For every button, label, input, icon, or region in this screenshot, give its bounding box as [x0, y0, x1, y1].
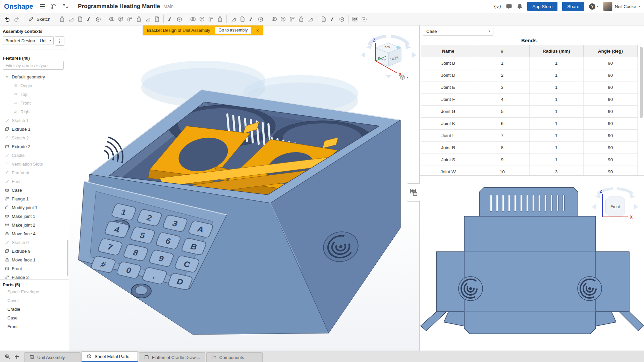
feature-item[interactable]: Make joint 1 — [0, 212, 67, 221]
view-cube[interactable]: Front Z X — [590, 183, 640, 228]
go-to-assembly-button[interactable]: Go to assembly — [215, 27, 252, 34]
bend-row[interactable]: Joint K6190 — [421, 118, 638, 130]
flat-leg[interactable] — [421, 312, 446, 331]
feature-item[interactable]: Sketch 2 — [0, 133, 67, 142]
view-cube-front-label[interactable]: Front — [610, 204, 620, 209]
mass-properties-tool-button[interactable] — [287, 14, 297, 24]
document-tab-unit-assembly[interactable]: Unit Assembly — [24, 352, 80, 362]
rotate-left-arrow[interactable] — [369, 36, 386, 45]
help-menu[interactable]: ? ▾ — [589, 3, 598, 10]
help-icon[interactable]: ? — [589, 3, 595, 10]
thicken-tool-button[interactable] — [94, 14, 103, 24]
feature-item[interactable]: Modify joint 1 — [0, 203, 67, 212]
part-item[interactable]: Front — [0, 322, 69, 331]
chamfer-tool-button[interactable] — [116, 14, 125, 24]
sketch-button[interactable]: Sketch — [25, 14, 53, 24]
loft-tool-button[interactable] — [85, 14, 94, 24]
feature-filter-input[interactable] — [3, 61, 64, 70]
variable-tool-button[interactable] — [306, 14, 315, 24]
feature-item[interactable]: Flange 1 — [0, 194, 67, 203]
offset-surface-tool-button[interactable] — [247, 14, 256, 24]
feature-item[interactable]: Extrude 9 — [0, 247, 67, 255]
search-tabs-icon[interactable] — [3, 352, 12, 362]
flat-leg[interactable] — [619, 312, 644, 331]
move-face-tool-button[interactable] — [238, 14, 247, 24]
mirror-tool-button[interactable] — [206, 14, 215, 24]
user-menu[interactable]: Neil Cooke ▾ — [603, 2, 640, 11]
feature-item[interactable]: Extrude 1 — [0, 125, 67, 133]
view-options-menu[interactable]: ▾ — [399, 74, 409, 80]
flange-tool-button[interactable] — [328, 14, 337, 24]
rib-tool-button[interactable] — [134, 14, 143, 24]
feature-item[interactable]: Fan Vent — [0, 168, 67, 177]
menu-icon[interactable] — [38, 2, 47, 11]
bend-row[interactable]: Joint R8190 — [421, 142, 638, 154]
split-tool-button[interactable] — [197, 14, 206, 24]
plane-tool-button[interactable] — [269, 14, 278, 24]
insert-feature-tool-button[interactable] — [360, 14, 369, 24]
bend-row[interactable]: Joint S9190 — [421, 154, 638, 166]
feature-item[interactable]: Feet — [0, 177, 67, 186]
feature-item[interactable]: Top — [0, 90, 67, 99]
comments-icon[interactable] — [506, 4, 512, 9]
part-item[interactable]: Case — [0, 313, 69, 322]
boolean-tool-button[interactable] — [188, 14, 197, 24]
feature-item[interactable]: Right — [0, 107, 67, 116]
shell-tool-button[interactable] — [143, 14, 152, 24]
pan-left-arrow[interactable] — [592, 204, 596, 209]
feature-item[interactable]: Default geometry — [0, 72, 67, 81]
linear-pattern-tool-button[interactable] — [166, 14, 175, 24]
undo-tool-button[interactable] — [3, 14, 12, 24]
draft-tool-button[interactable] — [125, 14, 134, 24]
version-history-icon[interactable] — [50, 2, 58, 11]
add-tab-button[interactable] — [12, 352, 21, 362]
avatar[interactable] — [603, 2, 612, 11]
create-version-icon[interactable] — [61, 2, 70, 11]
workspace-name[interactable]: Main — [163, 4, 173, 9]
feature-tree-scrollbar[interactable] — [67, 240, 68, 276]
feature-item[interactable]: Sketch 6 — [0, 238, 67, 247]
part-select-dropdown[interactable]: Case ▾ — [423, 27, 493, 36]
feature-item[interactable]: Cradle — [0, 151, 67, 160]
assembly-context-dropdown[interactable]: Bracket Design – Uni ▾ — [3, 36, 54, 45]
pan-right-arrow[interactable] — [634, 204, 638, 209]
bend-row[interactable]: Joint G5190 — [421, 106, 638, 118]
redo-tool-button[interactable] — [12, 14, 21, 24]
context-overflow-menu-button[interactable]: ⋮ — [55, 36, 64, 46]
derived-tool-button[interactable] — [297, 14, 306, 24]
pan-down-arrow[interactable] — [386, 75, 391, 78]
notifications-icon[interactable] — [517, 3, 523, 9]
pan-right-arrow[interactable] — [412, 52, 416, 58]
feature-item[interactable]: Extrude 2 — [0, 142, 67, 151]
featurescript-icon[interactable]: {v} — [494, 4, 501, 9]
extrude-tool-button[interactable] — [57, 14, 66, 24]
rotate-right-arrow[interactable] — [391, 36, 408, 45]
bend-row[interactable]: Joint E3190 — [421, 81, 638, 94]
feature-item[interactable]: Front — [0, 264, 67, 273]
bend-row[interactable]: Joint F4190 — [421, 94, 638, 106]
heating-mantle-3d-model[interactable]: 123A456B789C#0.D — [78, 61, 400, 335]
helix-tool-button[interactable] — [278, 14, 287, 24]
feature-item[interactable]: Front — [0, 99, 67, 107]
revolve-tool-button[interactable] — [66, 14, 75, 24]
pan-left-arrow[interactable] — [361, 52, 365, 58]
delete-part-tool-button[interactable] — [215, 14, 224, 24]
bend-row[interactable]: Joint L7190 — [421, 130, 638, 142]
bend-row[interactable]: Joint W10390 — [421, 166, 638, 176]
flat-pattern-viewport[interactable]: Front Z X — [420, 176, 644, 351]
sheet-metal-model-tool-button[interactable] — [319, 14, 328, 24]
view-cube[interactable]: Top Front Right Z X — [358, 28, 419, 82]
feature-item[interactable]: Case — [0, 186, 67, 194]
enclose-tool-button[interactable] — [256, 14, 265, 24]
close-icon[interactable]: × — [256, 27, 259, 33]
document-tab-sheet-metal-parts[interactable]: Sheet Metal Parts — [82, 351, 138, 362]
modify-fillet-tool-button[interactable] — [229, 14, 238, 24]
control-knob[interactable] — [131, 284, 151, 298]
feature-item[interactable]: Origin — [0, 81, 67, 90]
feature-item[interactable]: Ventilation Slots — [0, 160, 67, 168]
part-item[interactable]: Cradle — [0, 305, 69, 313]
fillet-tool-button[interactable] — [107, 14, 116, 24]
onshape-logo[interactable]: Onshape — [4, 2, 33, 10]
flat-body[interactable] — [464, 216, 596, 334]
bends-scrollbar[interactable] — [640, 47, 643, 118]
